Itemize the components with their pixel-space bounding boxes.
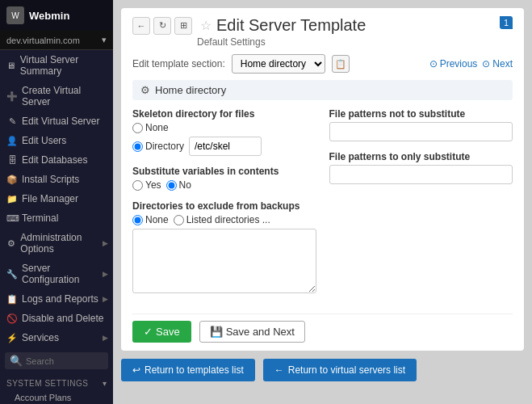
check-icon: ✓ [144, 326, 153, 338]
top-nav-buttons: ← ↻ ⊞ [132, 17, 192, 35]
sidebar-item-edit-databases[interactable]: 🗄 Edit Databases [0, 150, 113, 170]
sidebar-nav-items: 🖥 Virtual Server Summary ➕ Create Virtua… [0, 50, 113, 347]
system-settings-items: Account Plans Bandwidth Monitoring Cloud… [0, 389, 113, 404]
lightning-icon: ⚡ [6, 333, 18, 343]
sidebar-item-virtual-server-summary[interactable]: 🖥 Virtual Server Summary [0, 50, 113, 81]
page-title: ☆ Edit Server Template [200, 16, 366, 35]
plus-icon: ➕ [6, 91, 18, 102]
top-panel-header: ← ↻ ⊞ ☆ Edit Server Template [132, 16, 366, 35]
exclude-backups-field: Directories to exclude from backups None… [132, 200, 316, 296]
next-button[interactable]: ⊙ Next [482, 58, 513, 69]
sidebar-item-account-plans[interactable]: Account Plans [0, 389, 113, 404]
sidebar-item-install-scripts[interactable]: 📦 Install Scripts [0, 170, 113, 189]
folder-icon: 📁 [6, 194, 18, 204]
ban-icon: 🚫 [6, 314, 18, 324]
prev-icon: ⊙ [429, 58, 438, 69]
section-title-bar: ⚙ Home directory [132, 80, 513, 100]
prev-next-buttons: ⊙ Previous ⊙ Next [429, 58, 513, 69]
skeleton-directory-input[interactable] [189, 137, 262, 156]
sidebar-item-edit-virtual-server[interactable]: ✎ Edit Virtual Server [0, 112, 113, 131]
section-gear-icon: ⚙ [140, 84, 150, 96]
search-input[interactable] [26, 356, 103, 366]
sidebar-title: Webmin [29, 10, 69, 22]
terminal-icon: ⌨ [6, 213, 18, 224]
copy-icon-btn[interactable]: 📋 [332, 55, 350, 73]
exclude-textarea[interactable] [132, 229, 316, 293]
save-and-next-button[interactable]: 💾 Save and Next [199, 321, 305, 343]
page-header-row: ← ↻ ⊞ ☆ Edit Server Template Default Set… [132, 16, 513, 48]
sidebar-item-edit-users[interactable]: 👤 Edit Users [0, 131, 113, 150]
section-bar-label: Edit template section: [132, 58, 225, 69]
skeleton-none-radio[interactable]: None [132, 122, 169, 133]
sidebar-domain[interactable]: dev.virtualmin.com ▾ [0, 31, 113, 50]
back-button[interactable]: ← [132, 17, 150, 35]
skeleton-dir-radio-group: None [132, 122, 316, 133]
substitute-no-radio[interactable]: No [166, 179, 191, 191]
sidebar-header: W Webmin [0, 0, 113, 31]
return-servers-button[interactable]: ← Return to virtual servers list [263, 359, 417, 381]
sidebar-item-terminal[interactable]: ⌨ Terminal [0, 208, 113, 228]
search-icon: 🔍 [10, 355, 23, 367]
content-panel: ← ↻ ⊞ ☆ Edit Server Template Default Set… [121, 8, 524, 351]
file-patterns-not-substitute-field: File patterns not to substitute [329, 108, 513, 141]
chevron-down-icon: ▾ [102, 35, 107, 45]
chevron-right-icon: ▶ [103, 295, 108, 303]
header-left: ← ↻ ⊞ ☆ Edit Server Template Default Set… [132, 16, 366, 48]
skeleton-dir-field: Skeleton directory for files None Direct… [132, 108, 316, 156]
back-arrow-icon: ← [274, 364, 284, 376]
sidebar-item-logs-and-reports[interactable]: 📋 Logs and Reports ▶ [0, 289, 113, 309]
previous-button[interactable]: ⊙ Previous [429, 58, 478, 69]
main-content: ← ↻ ⊞ ☆ Edit Server Template Default Set… [113, 0, 532, 404]
sidebar-search-box[interactable]: 🔍 [5, 352, 108, 369]
save-icon: 💾 [210, 326, 223, 338]
system-settings-header: System Settings ▾ [0, 374, 113, 389]
sidebar-item-administration-options[interactable]: ⚙ Administration Options ▶ [0, 228, 113, 259]
monitor-icon: 🖥 [6, 61, 16, 70]
next-icon: ⊙ [482, 58, 490, 69]
exclude-radio-group: None Listed directories ... [132, 214, 316, 225]
form-right: File patterns not to substitute File pat… [329, 108, 513, 305]
grid-button[interactable]: ⊞ [174, 17, 192, 35]
section-bar: Edit template section: Home directory 📋 … [132, 54, 513, 74]
substitute-field: Substitute variables in contents Yes No [132, 166, 316, 191]
form-left: Skeleton directory for files None Direct… [132, 108, 316, 305]
report-icon: 📋 [6, 294, 18, 305]
sidebar-item-server-configuration[interactable]: 🔧 Server Configuration ▶ [0, 259, 113, 289]
sidebar-item-services[interactable]: ⚡ Services ▶ [0, 328, 113, 347]
database-icon: 🗄 [6, 155, 18, 165]
exclude-listed-radio[interactable]: Listed directories ... [174, 214, 270, 225]
return-templates-button[interactable]: ↩ Return to templates list [121, 359, 255, 381]
section-select[interactable]: Home directory [232, 54, 325, 74]
bottom-bar: ↩ Return to templates list ← Return to v… [121, 359, 524, 381]
exclude-none-radio[interactable]: None [132, 214, 169, 225]
form-area: Skeleton directory for files None Direct… [132, 108, 513, 305]
gear-icon: ⚙ [6, 238, 16, 249]
sidebar-item-create-virtual-server[interactable]: ➕ Create Virtual Server [0, 81, 113, 112]
substitute-radio-group: Yes No [132, 179, 316, 191]
file-patterns-only-input[interactable] [329, 165, 513, 184]
skeleton-directory-radio-group: Directory [132, 137, 316, 156]
sidebar: W Webmin dev.virtualmin.com ▾ 🖥 Virtual … [0, 0, 113, 404]
chevron-right-icon: ▶ [103, 270, 108, 278]
sidebar-item-file-manager[interactable]: 📁 File Manager [0, 189, 113, 208]
sidebar-item-disable-and-delete[interactable]: 🚫 Disable and Delete [0, 309, 113, 328]
action-bar: ✓ Save 💾 Save and Next [132, 314, 513, 343]
notification-badge: 1 [500, 16, 513, 29]
file-patterns-not-input[interactable] [329, 122, 513, 141]
substitute-yes-radio[interactable]: Yes [132, 179, 161, 191]
file-patterns-only-substitute-field: File patterns to only substitute [329, 151, 513, 184]
chevron-right-icon: ▶ [103, 334, 108, 342]
user-icon: 👤 [6, 136, 18, 146]
skeleton-directory-radio[interactable]: Directory [132, 141, 184, 152]
save-button[interactable]: ✓ Save [132, 321, 191, 343]
chevron-right-icon: ▶ [103, 239, 108, 247]
chevron-down-icon: ▾ [103, 379, 107, 388]
wrench-icon: 🔧 [6, 269, 18, 280]
refresh-button[interactable]: ↻ [153, 17, 171, 35]
return-icon: ↩ [132, 364, 140, 376]
package-icon: 📦 [6, 175, 18, 185]
edit-icon: ✎ [6, 116, 18, 127]
webmin-logo: W [6, 6, 24, 24]
star-icon[interactable]: ☆ [200, 18, 212, 33]
page-subtitle: Default Settings [197, 36, 366, 48]
